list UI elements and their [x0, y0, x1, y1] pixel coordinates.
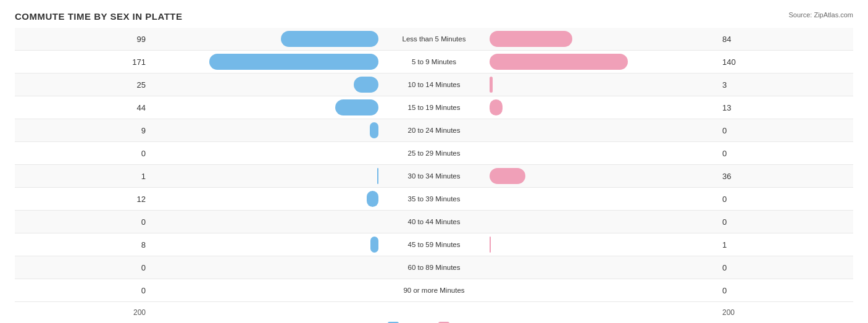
source-label: Source: ZipAtlas.com [788, 11, 853, 19]
male-value: 12 [15, 195, 151, 204]
male-bar [370, 237, 378, 253]
female-bar-side [490, 73, 717, 96]
dual-bar-wrapper: 25 to 29 Minutes [151, 142, 717, 164]
dual-bar-wrapper: 40 to 44 Minutes [151, 211, 717, 233]
male-bar [367, 191, 378, 207]
dual-bar-wrapper: 10 to 14 Minutes [151, 73, 717, 96]
male-value: 0 [15, 149, 151, 158]
row-label: 90 or more Minutes [378, 287, 490, 294]
dual-bar-wrapper: 90 or more Minutes [151, 279, 717, 301]
female-value: 13 [717, 103, 853, 112]
male-bar-side [151, 233, 378, 256]
dual-bar-wrapper: 30 to 34 Minutes [151, 165, 717, 187]
table-row: 25 10 to 14 Minutes 3 [15, 73, 853, 96]
female-bar [490, 31, 572, 47]
table-row: 44 15 to 19 Minutes 13 [15, 96, 853, 119]
male-bar [281, 31, 378, 47]
chart-container: COMMUTE TIME BY SEX IN PLATTE Source: Zi… [0, 0, 868, 323]
dual-bar-wrapper: Less than 5 Minutes [151, 28, 717, 50]
male-value: 44 [15, 103, 151, 112]
table-row: 1 30 to 34 Minutes 36 [15, 165, 853, 188]
chart-title: COMMUTE TIME BY SEX IN PLATTE [15, 11, 853, 22]
female-bar [490, 54, 628, 70]
female-bar [490, 168, 525, 184]
female-value: 140 [717, 57, 853, 67]
female-bar-side [490, 211, 717, 233]
dual-bar-wrapper: 15 to 19 Minutes [151, 96, 717, 119]
table-row: 8 45 to 59 Minutes 1 [15, 233, 853, 256]
male-value: 8 [15, 240, 151, 250]
male-bar-side [151, 51, 378, 73]
female-value: 0 [717, 263, 853, 272]
male-bar-side [151, 165, 378, 187]
table-row: 0 60 to 89 Minutes 0 [15, 256, 853, 279]
table-row: 0 25 to 29 Minutes 0 [15, 142, 853, 165]
female-bar [490, 77, 493, 93]
female-bar [490, 99, 503, 115]
dual-bar-wrapper: 5 to 9 Minutes [151, 51, 717, 73]
male-value: 171 [15, 57, 151, 67]
male-value: 0 [15, 263, 151, 272]
row-label: 45 to 59 Minutes [378, 241, 490, 248]
row-label: 25 to 29 Minutes [378, 149, 490, 157]
female-bar-side [490, 142, 717, 164]
dual-bar-wrapper: 45 to 59 Minutes [151, 233, 717, 256]
female-bar-side [490, 165, 717, 187]
male-bar-side [151, 73, 378, 96]
row-label: 40 to 44 Minutes [378, 218, 490, 225]
male-bar-side [151, 96, 378, 119]
row-label: 60 to 89 Minutes [378, 264, 490, 271]
row-label: 15 to 19 Minutes [378, 104, 490, 111]
male-bar-side [151, 28, 378, 50]
female-bar-side [490, 51, 717, 73]
table-row: 99 Less than 5 Minutes 84 [15, 28, 853, 51]
female-value: 36 [717, 172, 853, 181]
male-bar-side [151, 188, 378, 210]
axis-row: 200 200 [15, 308, 853, 317]
female-bar-side [490, 119, 717, 141]
male-bar [209, 54, 378, 70]
male-bar [354, 77, 378, 93]
table-row: 171 5 to 9 Minutes 140 [15, 51, 853, 73]
female-value: 0 [717, 149, 853, 158]
dual-bar-wrapper: 35 to 39 Minutes [151, 188, 717, 210]
male-bar [370, 122, 378, 138]
male-bar-side [151, 119, 378, 141]
female-value: 0 [717, 217, 853, 227]
chart-area: 99 Less than 5 Minutes 84 171 5 to 9 Min… [15, 28, 853, 302]
female-bar-side [490, 28, 717, 50]
female-value: 0 [717, 195, 853, 204]
male-value: 0 [15, 217, 151, 227]
row-label: Less than 5 Minutes [378, 35, 490, 43]
male-bar-side [151, 256, 378, 279]
female-value: 0 [717, 286, 853, 295]
female-bar-side [490, 279, 717, 301]
table-row: 12 35 to 39 Minutes 0 [15, 188, 853, 211]
male-value: 0 [15, 286, 151, 295]
row-label: 35 to 39 Minutes [378, 195, 490, 203]
male-value: 9 [15, 126, 151, 135]
female-bar-side [490, 256, 717, 279]
table-row: 0 90 or more Minutes 0 [15, 279, 853, 302]
female-value: 84 [717, 35, 853, 44]
male-bar-side [151, 142, 378, 164]
row-label: 10 to 14 Minutes [378, 81, 490, 88]
dual-bar-wrapper: 20 to 24 Minutes [151, 119, 717, 141]
male-value: 25 [15, 80, 151, 90]
female-bar-side [490, 96, 717, 119]
row-label: 30 to 34 Minutes [378, 172, 490, 180]
male-bar-side [151, 279, 378, 301]
male-bar [335, 99, 378, 115]
male-value: 99 [15, 35, 151, 44]
female-value: 0 [717, 126, 853, 135]
axis-left-label: 200 [15, 308, 151, 317]
row-label: 5 to 9 Minutes [378, 58, 490, 65]
dual-bar-wrapper: 60 to 89 Minutes [151, 256, 717, 279]
axis-right-label: 200 [717, 308, 853, 317]
male-bar-side [151, 211, 378, 233]
table-row: 0 40 to 44 Minutes 0 [15, 211, 853, 233]
table-row: 9 20 to 24 Minutes 0 [15, 119, 853, 142]
female-value: 3 [717, 80, 853, 90]
female-bar-side [490, 233, 717, 256]
female-value: 1 [717, 240, 853, 250]
